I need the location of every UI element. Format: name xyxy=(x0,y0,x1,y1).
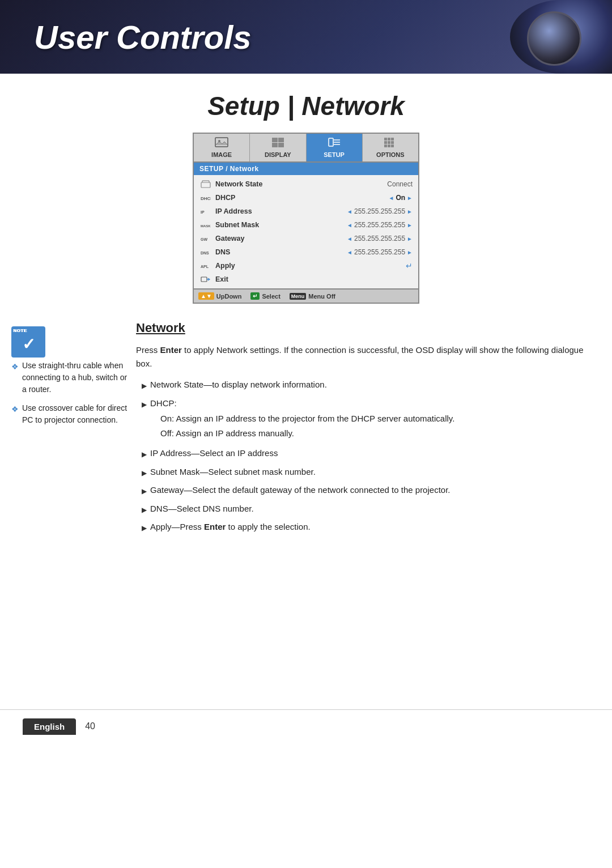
svg-rect-18 xyxy=(391,144,394,147)
bullet-2-text: IP Address—Select an IP address xyxy=(150,447,278,460)
dns-label: DNS xyxy=(215,248,347,256)
list-item-5: ▶ DNS—Select DNS number. xyxy=(142,503,584,516)
dhcp-arrow-right: ► xyxy=(407,195,413,201)
dns-icon: DNS xyxy=(199,248,212,257)
svg-text:DHCP: DHCP xyxy=(201,196,211,201)
subnet-icon: MASK xyxy=(199,220,212,229)
ip-icon: IP xyxy=(199,207,212,216)
subnet-mask-value: ◄ 255.255.255.255 ► xyxy=(347,221,413,229)
svg-rect-4 xyxy=(272,143,278,147)
bullet-4-text: Gateway—Select the default gateway of th… xyxy=(150,484,450,497)
bullet-3-text: Subnet Mask—Select subnet mask number. xyxy=(150,466,316,479)
svg-text:IP: IP xyxy=(201,210,205,214)
svg-rect-19 xyxy=(201,182,210,188)
section-title: Network xyxy=(136,321,584,335)
osd-panel-wrapper: IMAGE DISPLAY SETUP OPTIONS xyxy=(0,133,612,315)
ip-arrow-left: ◄ xyxy=(347,209,352,215)
note-box: NOTE ✓ xyxy=(11,326,45,358)
ip-val-text: 255.255.255.255 xyxy=(354,207,405,215)
svg-rect-6 xyxy=(329,138,333,146)
ip-address-value: ◄ 255.255.255.255 ► xyxy=(347,207,413,215)
svg-text:MASK: MASK xyxy=(201,224,211,228)
note-item-1: ❖ Use straight-thru cable when connectin… xyxy=(11,360,130,395)
svg-text:DNS: DNS xyxy=(201,251,209,255)
osd-rows: Network State Connect DHCP DHCP ◄ On ► I… xyxy=(194,175,418,288)
bullet-5-icon: ▶ xyxy=(142,505,147,515)
tab-options-label: OPTIONS xyxy=(376,151,405,158)
bullet-5-text: DNS—Select DNS number. xyxy=(150,503,254,516)
updown-label: UpDown xyxy=(216,293,242,300)
svg-rect-11 xyxy=(388,138,390,141)
sub-list-1: On: Assign an IP address to the projecto… xyxy=(160,412,454,440)
page-title-section: Setup | Network xyxy=(0,74,612,133)
dhcp-val-text: On xyxy=(396,194,405,202)
osd-row-subnet-mask: MASK Subnet Mask ◄ 255.255.255.255 ► xyxy=(194,218,418,232)
sub-item-1-0: On: Assign an IP address to the projecto… xyxy=(160,412,454,426)
ip-arrow-right: ► xyxy=(407,209,413,215)
list-item-0: ▶ Network State—to display network infor… xyxy=(142,378,584,392)
osd-row-dns: DNS DNS ◄ 255.255.255.255 ► xyxy=(194,245,418,259)
osd-panel: IMAGE DISPLAY SETUP OPTIONS xyxy=(193,133,419,304)
svg-rect-17 xyxy=(388,144,390,147)
dhcp-label: DHCP xyxy=(215,194,389,202)
updown-icon: ▲▼ xyxy=(198,292,214,300)
ip-address-label: IP Address xyxy=(215,207,347,215)
note-item-2: ❖ Use crossover cable for direct PC to p… xyxy=(11,402,130,426)
select-label: Select xyxy=(262,293,280,300)
exit-icon xyxy=(199,275,212,284)
osd-row-gateway: GW Gateway ◄ 255.255.255.255 ► xyxy=(194,232,418,245)
osd-row-exit: Exit xyxy=(194,273,418,286)
tab-setup[interactable]: SETUP xyxy=(307,134,363,161)
subnet-arrow-left: ◄ xyxy=(347,222,352,228)
exit-label: Exit xyxy=(215,275,413,283)
footer-updown: ▲▼ UpDown xyxy=(198,292,241,300)
gateway-label: Gateway xyxy=(215,235,347,242)
page-number: 40 xyxy=(85,721,95,731)
note-bullet-2: ❖ xyxy=(11,403,19,415)
camera-decoration xyxy=(510,0,612,74)
dhcp-arrow-left: ◄ xyxy=(389,195,394,201)
list-item-1: ▶ DHCP: On: Assign an IP address to the … xyxy=(142,397,584,442)
tab-image[interactable]: IMAGE xyxy=(194,134,250,161)
bullet-2-icon: ▶ xyxy=(142,449,147,459)
tab-image-label: IMAGE xyxy=(211,151,232,158)
svg-text:GW: GW xyxy=(201,237,207,241)
osd-row-network-state: Network State Connect xyxy=(194,177,418,191)
subnet-val-text: 255.255.255.255 xyxy=(354,221,405,229)
note-label: NOTE xyxy=(14,328,27,333)
network-state-value: Connect xyxy=(387,180,413,188)
bullet-list: ▶ Network State—to display network infor… xyxy=(142,378,584,534)
subnet-mask-label: Subnet Mask xyxy=(215,221,347,229)
body-content: Network Press Enter to apply Network set… xyxy=(130,315,601,539)
osd-row-apply: APL Apply ↵ xyxy=(194,259,418,273)
gw-arrow-left: ◄ xyxy=(347,236,352,242)
language-tab: English xyxy=(23,718,76,735)
svg-rect-2 xyxy=(272,138,278,142)
bullet-6-icon: ▶ xyxy=(142,523,147,533)
svg-rect-13 xyxy=(384,141,387,144)
list-item-2: ▶ IP Address—Select an IP address xyxy=(142,447,584,460)
network-state-label: Network State xyxy=(215,180,387,188)
osd-row-dhcp: DHCP DHCP ◄ On ► xyxy=(194,191,418,205)
bullet-3-icon: ▶ xyxy=(142,468,147,478)
dns-value: ◄ 255.255.255.255 ► xyxy=(347,248,413,256)
dns-arrow-left: ◄ xyxy=(347,249,352,256)
note-checkmark: ✓ xyxy=(22,335,35,354)
osd-row-ip-address: IP IP Address ◄ 255.255.255.255 ► xyxy=(194,205,418,218)
display-tab-icon xyxy=(271,137,284,150)
bullet-0-text: Network State—to display network informa… xyxy=(150,378,327,392)
menuoff-label: Menu Off xyxy=(308,293,335,300)
options-tab-icon xyxy=(384,137,397,150)
gateway-value: ◄ 255.255.255.255 ► xyxy=(347,235,413,242)
footer-menuoff: Menu Menu Off xyxy=(290,293,335,300)
main-layout: NOTE ✓ ❖ Use straight-thru cable when co… xyxy=(0,315,612,539)
gw-val-text: 255.255.255.255 xyxy=(354,235,405,242)
sub-item-1-1: Off: Assign an IP address manually. xyxy=(160,427,454,440)
tab-options[interactable]: OPTIONS xyxy=(363,134,418,161)
bullet-1-text: DHCP: xyxy=(150,398,177,408)
gateway-icon: GW xyxy=(199,234,212,243)
osd-tab-bar: IMAGE DISPLAY SETUP OPTIONS xyxy=(194,134,418,163)
svg-rect-29 xyxy=(201,277,207,282)
menu-icon: Menu xyxy=(290,293,307,300)
tab-display[interactable]: DISPLAY xyxy=(250,134,306,161)
